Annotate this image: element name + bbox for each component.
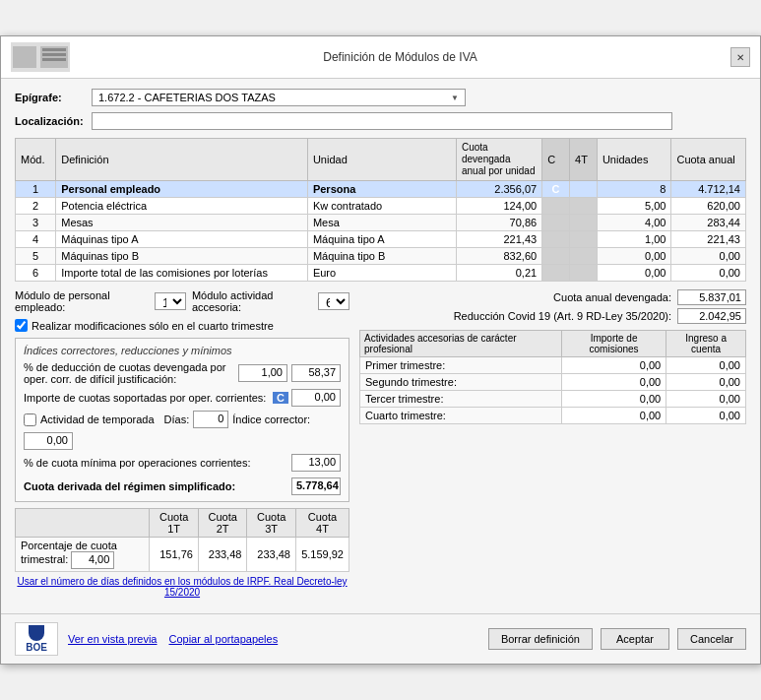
- trimestre-label: Realizar modificaciones sólo en el cuart…: [32, 320, 274, 332]
- th-cuota2t: Cuota 2T: [198, 509, 247, 538]
- dias-value[interactable]: 0: [193, 411, 228, 428]
- porcentaje-value[interactable]: 4,00: [71, 551, 114, 569]
- actividades-row: Tercer trimestre: 0,00 0,00: [360, 391, 746, 408]
- cell-mod: 2: [16, 198, 56, 215]
- dias-label: Días:: [164, 414, 190, 425]
- aceptar-button[interactable]: Aceptar: [601, 628, 669, 650]
- indice-corrector-value[interactable]: 0,00: [24, 432, 73, 450]
- actividad-temporada-row: Actividad de temporada Días: 0 Índice co…: [24, 411, 341, 450]
- act-ingreso: 0,00: [666, 408, 746, 424]
- cell-uni: Kw contratado: [307, 198, 456, 215]
- act-comisiones: 0,00: [561, 374, 666, 391]
- th-porcentaje: [16, 509, 150, 538]
- cell-mod: 3: [16, 215, 56, 231]
- table-row: 5 Máquinas tipo B Máquina tipo B 832,60 …: [16, 248, 746, 265]
- cell-unidades[interactable]: 8: [597, 181, 671, 198]
- cell-unidades: 0,00: [597, 265, 671, 282]
- cuota4t-value: 5.159,92: [295, 538, 349, 572]
- cell-unidades: 4,00: [597, 215, 671, 231]
- quarterly-section: Cuota 1T Cuota 2T Cuota 3T Cuota 4T Porc…: [15, 508, 349, 598]
- c-badge: C: [273, 392, 288, 404]
- cell-unidades: 5,00: [597, 198, 671, 215]
- window-title: Definición de Módulos de IVA: [70, 50, 730, 64]
- cell-mod: 4: [16, 231, 56, 248]
- modulo-personal-label: Módulo de personal empleado:: [15, 289, 149, 313]
- cell-c: [542, 215, 570, 231]
- table-row: 4 Máquinas tipo A Máquina tipo A 221,43 …: [16, 231, 746, 248]
- cell-c: [542, 198, 570, 215]
- table-row: 1 Personal empleado Persona 2.356,07 C 8…: [16, 181, 746, 198]
- cancelar-button[interactable]: Cancelar: [677, 628, 746, 650]
- cell-4t: [570, 248, 598, 265]
- act-ingreso: 0,00: [666, 357, 746, 374]
- cuota3t-value: 233,48: [247, 538, 296, 572]
- deduccion-label: % de deducción de cuotas devengada por o…: [24, 361, 234, 385]
- close-button[interactable]: ✕: [730, 47, 750, 67]
- cuota-derivada-value[interactable]: 5.778,64: [291, 477, 341, 495]
- th-comisiones: Importe de comisiones: [561, 331, 666, 357]
- indices-title: Índices correctores, reducciones y mínim…: [24, 345, 341, 356]
- importe-cuotas-label: Importe de cuotas soportadas por oper. c…: [24, 392, 269, 404]
- cell-def: Personal empleado: [56, 181, 308, 198]
- th-cuota-anual: Cuota anual: [671, 139, 746, 181]
- vista-previa-link[interactable]: Ver en vista previa: [68, 633, 158, 645]
- cell-cuota-anual: 0,00: [671, 265, 746, 282]
- reduccion-label: Reducción Covid 19 (Art. 9 RD-Ley 35/202…: [454, 310, 671, 322]
- irpf-link[interactable]: Usar el número de días definidos en los …: [15, 576, 349, 598]
- modules-table: Mód. Definición Unidad Cuota devengada a…: [15, 138, 746, 282]
- copiar-link[interactable]: Copiar al portapapeles: [169, 633, 279, 645]
- cuota1t-value: 151,76: [150, 538, 199, 572]
- cell-cuota: 832,60: [456, 248, 541, 265]
- cell-unidades: 1,00: [597, 231, 671, 248]
- epigraphe-label: Epígrafe:: [15, 92, 84, 103]
- combo-arrow-icon: ▼: [451, 94, 459, 102]
- th-unidades: Unidades: [597, 139, 671, 181]
- cuota-anual-label: Cuota anual devengada:: [553, 291, 671, 303]
- borrar-button[interactable]: Borrar definición: [488, 628, 593, 650]
- reduccion-row: Reducción Covid 19 (Art. 9 RD-Ley 35/202…: [359, 308, 746, 324]
- modulo-actividad-select[interactable]: 6: [318, 292, 349, 310]
- actividad-temporada-checkbox[interactable]: [24, 414, 36, 426]
- right-panel: Cuota anual devengada: 5.837,01 Reducció…: [359, 289, 746, 598]
- table-row: 3 Mesas Mesa 70,86 4,00 283,44: [16, 215, 746, 231]
- act-comisiones: 0,00: [561, 408, 666, 424]
- cell-cuota-anual: 283,44: [671, 215, 746, 231]
- importe-cuotas-value[interactable]: 0,00: [291, 389, 341, 407]
- trimestre-checkbox[interactable]: [15, 319, 28, 332]
- th-unidad: Unidad: [307, 139, 456, 181]
- actividades-row: Primer trimestre: 0,00 0,00: [360, 357, 746, 374]
- table-body: 1 Personal empleado Persona 2.356,07 C 8…: [16, 181, 746, 282]
- pct-cuota-minima-value[interactable]: 13,00: [291, 454, 341, 472]
- cell-cuota: 221,43: [456, 231, 541, 248]
- cell-def: Máquinas tipo A: [56, 231, 308, 248]
- cell-4t: [570, 215, 598, 231]
- logo-icon2: [40, 46, 68, 68]
- cell-uni: Mesa: [307, 215, 456, 231]
- act-comisiones: 0,00: [561, 357, 666, 374]
- th-4t: 4T: [570, 139, 598, 181]
- deduccion-value2[interactable]: 58,37: [291, 364, 341, 382]
- th-cuota-devengada: Cuota devengada anual por unidad: [456, 139, 541, 181]
- th-definicion: Definición: [56, 139, 308, 181]
- main-window: Definición de Módulos de IVA ✕ Epígrafe:…: [0, 35, 761, 665]
- epigraphe-value: 1.672.2 - CAFETERIAS DOS TAZAS: [98, 92, 276, 103]
- module-row: Módulo de personal empleado: 1 Módulo ac…: [15, 289, 349, 313]
- modulo-personal-select[interactable]: 1: [155, 292, 186, 310]
- cell-uni: Máquina tipo A: [307, 231, 456, 248]
- quarterly-table: Cuota 1T Cuota 2T Cuota 3T Cuota 4T Porc…: [15, 508, 349, 572]
- boe-text: BOE: [26, 642, 47, 653]
- actividades-row: Segundo trimestre: 0,00 0,00: [360, 374, 746, 391]
- localizacion-input[interactable]: [92, 112, 672, 130]
- epigraphe-combo[interactable]: 1.672.2 - CAFETERIAS DOS TAZAS ▼: [92, 89, 466, 106]
- modulo-actividad-label: Módulo actividad accesoria:: [192, 289, 312, 313]
- cell-cuota: 124,00: [456, 198, 541, 215]
- act-label: Cuarto trimestre:: [360, 408, 562, 424]
- actividades-row: Cuarto trimestre: 0,00 0,00: [360, 408, 746, 424]
- deduccion-value1[interactable]: 1,00: [238, 364, 287, 382]
- localizacion-row: Localización:: [15, 112, 746, 130]
- logo-icon1: [13, 46, 36, 68]
- table-row: 2 Potencia eléctrica Kw contratado 124,0…: [16, 198, 746, 215]
- indice-corrector-label: Índice corrector:: [232, 414, 310, 425]
- checkbox-row: Realizar modificaciones sólo en el cuart…: [15, 319, 349, 332]
- cell-c: [542, 248, 570, 265]
